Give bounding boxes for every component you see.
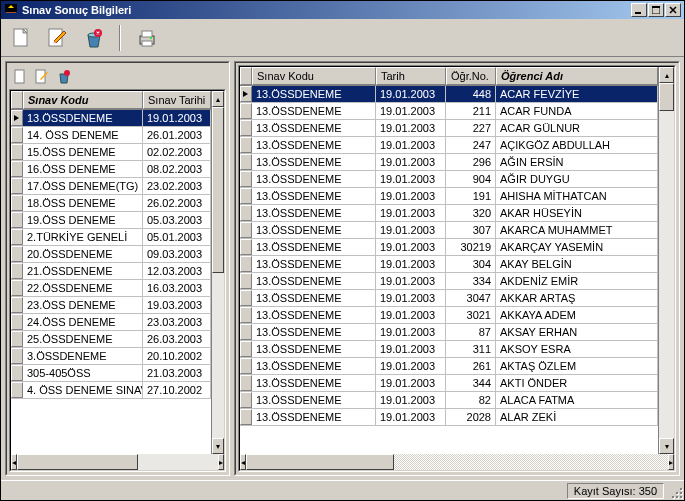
table-row[interactable]: 20.ÖSSDENEME09.03.2003 bbox=[11, 246, 211, 263]
left-panel: Sınav Kodu Sınav Tarihi 13.ÖSSDENEME19.0… bbox=[5, 61, 230, 476]
scroll-right-button[interactable]: ▸ bbox=[218, 454, 224, 470]
left-vscroll[interactable]: ▴ ▾ bbox=[211, 91, 224, 454]
table-row[interactable]: 3.ÖSSDENEME20.10.2002 bbox=[11, 348, 211, 365]
table-row[interactable]: 13.ÖSSDENEME19.01.2003311AKSOY ESRA bbox=[240, 341, 658, 358]
scroll-right-button[interactable]: ▸ bbox=[668, 454, 674, 470]
cell-code: 13.ÖSSDENEME bbox=[252, 409, 376, 425]
cell-code: 13.ÖSSDENEME bbox=[252, 137, 376, 153]
left-grid-body[interactable]: 13.ÖSSDENEME19.01.200314. ÖSS DENEME26.0… bbox=[11, 110, 211, 454]
table-row[interactable]: 13.ÖSSDENEME19.01.200387AKSAY ERHAN bbox=[240, 324, 658, 341]
cell-code: 13.ÖSSDENEME bbox=[252, 290, 376, 306]
right-header-no[interactable]: Öğr.No. bbox=[446, 67, 496, 85]
table-row[interactable]: 13.ÖSSDENEME19.01.2003320AKAR HÜSEYİN bbox=[240, 205, 658, 222]
cell-name: AĞIR DUYGU bbox=[496, 171, 658, 187]
cell-code: 13.ÖSSDENEME bbox=[252, 358, 376, 374]
table-row[interactable]: 14. ÖSS DENEME26.01.2003 bbox=[11, 127, 211, 144]
resize-grip[interactable] bbox=[670, 486, 683, 499]
cell-code: 13.ÖSSDENEME bbox=[252, 205, 376, 221]
table-row[interactable]: 22.ÖSSDENEME16.03.2003 bbox=[11, 280, 211, 297]
cell-date: 05.01.2003 bbox=[143, 229, 211, 245]
cell-date: 26.01.2003 bbox=[143, 127, 211, 143]
cell-no: 307 bbox=[446, 222, 496, 238]
table-row[interactable]: 13.ÖSSDENEME19.01.2003 bbox=[11, 110, 211, 127]
cell-code: 13.ÖSSDENEME bbox=[252, 86, 376, 102]
scroll-down-button[interactable]: ▾ bbox=[659, 438, 674, 454]
table-row[interactable]: 13.ÖSSDENEME19.01.20033021AKKAYA ADEM bbox=[240, 307, 658, 324]
mini-edit-button[interactable] bbox=[33, 68, 51, 86]
table-row[interactable]: 13.ÖSSDENEME19.01.2003247AÇIKGÖZ ABDULLA… bbox=[240, 137, 658, 154]
table-row[interactable]: 17.ÖSS DENEME(TG)23.02.2003 bbox=[11, 178, 211, 195]
table-row[interactable]: 19.ÖSS DENEME05.03.2003 bbox=[11, 212, 211, 229]
cell-date: 23.03.2003 bbox=[143, 314, 211, 330]
cell-code: 13.ÖSSDENEME bbox=[252, 273, 376, 289]
table-row[interactable]: 305-405ÖSS21.03.2003 bbox=[11, 365, 211, 382]
cell-date: 19.01.2003 bbox=[143, 110, 211, 126]
cell-date: 19.01.2003 bbox=[376, 409, 446, 425]
maximize-button[interactable] bbox=[648, 3, 664, 17]
cell-no: 247 bbox=[446, 137, 496, 153]
table-row[interactable]: 18.ÖSS DENEME26.02.2003 bbox=[11, 195, 211, 212]
scroll-track[interactable] bbox=[246, 454, 668, 470]
table-row[interactable]: 13.ÖSSDENEME19.01.2003307AKARCA MUHAMMET bbox=[240, 222, 658, 239]
left-hscroll[interactable]: ◂ ▸ bbox=[11, 454, 224, 470]
table-row[interactable]: 13.ÖSSDENEME19.01.20033047AKKAR ARTAŞ bbox=[240, 290, 658, 307]
new-button[interactable] bbox=[7, 24, 35, 52]
table-row[interactable]: 13.ÖSSDENEME19.01.2003211ACAR FUNDA bbox=[240, 103, 658, 120]
left-header-code[interactable]: Sınav Kodu bbox=[23, 91, 143, 109]
scroll-track[interactable] bbox=[659, 83, 674, 438]
left-header-date[interactable]: Sınav Tarihi bbox=[143, 91, 211, 109]
table-row[interactable]: 13.ÖSSDENEME19.01.2003227ACAR GÜLNUR bbox=[240, 120, 658, 137]
left-grid[interactable]: Sınav Kodu Sınav Tarihi 13.ÖSSDENEME19.0… bbox=[9, 89, 226, 472]
content-area: Sınav Kodu Sınav Tarihi 13.ÖSSDENEME19.0… bbox=[1, 57, 684, 480]
cell-code: 14. ÖSS DENEME bbox=[23, 127, 143, 143]
right-header-date[interactable]: Tarih bbox=[376, 67, 446, 85]
cell-code: 13.ÖSSDENEME bbox=[252, 375, 376, 391]
table-row[interactable]: 13.ÖSSDENEME19.01.2003261AKTAŞ ÖZLEM bbox=[240, 358, 658, 375]
scroll-track[interactable] bbox=[212, 107, 224, 438]
scroll-up-button[interactable]: ▴ bbox=[212, 91, 224, 107]
table-row[interactable]: 13.ÖSSDENEME19.01.200382ALACA FATMA bbox=[240, 392, 658, 409]
table-row[interactable]: 2.TÜRKİYE GENELİ05.01.2003 bbox=[11, 229, 211, 246]
cell-date: 26.03.2003 bbox=[143, 331, 211, 347]
table-row[interactable]: 13.ÖSSDENEME19.01.2003448ACAR FEVZİYE bbox=[240, 86, 658, 103]
table-row[interactable]: 13.ÖSSDENEME19.01.2003344AKTI ÖNDER bbox=[240, 375, 658, 392]
table-row[interactable]: 13.ÖSSDENEME19.01.200330219AKARÇAY YASEM… bbox=[240, 239, 658, 256]
scroll-down-button[interactable]: ▾ bbox=[212, 438, 224, 454]
cell-no: 87 bbox=[446, 324, 496, 340]
table-row[interactable]: 13.ÖSSDENEME19.01.20032028ALAR ZEKİ bbox=[240, 409, 658, 426]
table-row[interactable]: 16.ÖSS DENEME08.02.2003 bbox=[11, 161, 211, 178]
table-row[interactable]: 23.ÖSS DENEME19.03.2003 bbox=[11, 297, 211, 314]
scroll-up-button[interactable]: ▴ bbox=[659, 67, 674, 83]
scroll-track[interactable] bbox=[17, 454, 218, 470]
right-panel: Sınav Kodu Tarih Öğr.No. Öğrenci Adı 13.… bbox=[234, 61, 680, 476]
delete-button[interactable] bbox=[79, 24, 107, 52]
cell-code: 13.ÖSSDENEME bbox=[252, 171, 376, 187]
cell-name: ALAR ZEKİ bbox=[496, 409, 658, 425]
cell-date: 27.10.2002 bbox=[143, 382, 211, 398]
right-hscroll[interactable]: ◂ ▸ bbox=[240, 454, 674, 470]
table-row[interactable]: 15.ÖSS DENEME02.02.2003 bbox=[11, 144, 211, 161]
right-vscroll[interactable]: ▴ ▾ bbox=[658, 67, 674, 454]
right-header-code[interactable]: Sınav Kodu bbox=[252, 67, 376, 85]
close-button[interactable] bbox=[665, 3, 681, 17]
table-row[interactable]: 13.ÖSSDENEME19.01.2003334AKDENİZ EMİR bbox=[240, 273, 658, 290]
print-button[interactable] bbox=[133, 24, 161, 52]
edit-button[interactable] bbox=[43, 24, 71, 52]
table-row[interactable]: 21.ÖSSDENEME12.03.2003 bbox=[11, 263, 211, 280]
table-row[interactable]: 13.ÖSSDENEME19.01.2003304AKAY BELGİN bbox=[240, 256, 658, 273]
table-row[interactable]: 13.ÖSSDENEME19.01.2003904AĞIR DUYGU bbox=[240, 171, 658, 188]
cell-code: 13.ÖSSDENEME bbox=[252, 120, 376, 136]
window-buttons bbox=[630, 3, 681, 17]
minimize-button[interactable] bbox=[631, 3, 647, 17]
right-grid-body[interactable]: 13.ÖSSDENEME19.01.2003448ACAR FEVZİYE13.… bbox=[240, 86, 658, 454]
right-grid[interactable]: Sınav Kodu Tarih Öğr.No. Öğrenci Adı 13.… bbox=[238, 65, 676, 472]
right-header-name[interactable]: Öğrenci Adı bbox=[496, 67, 658, 85]
table-row[interactable]: 13.ÖSSDENEME19.01.2003296AĞIN ERSİN bbox=[240, 154, 658, 171]
table-row[interactable]: 25.ÖSSDENEME26.03.2003 bbox=[11, 331, 211, 348]
cell-name: ACAR FUNDA bbox=[496, 103, 658, 119]
mini-new-button[interactable] bbox=[11, 68, 29, 86]
table-row[interactable]: 13.ÖSSDENEME19.01.2003191AHISHA MİTHATCA… bbox=[240, 188, 658, 205]
mini-delete-button[interactable] bbox=[55, 68, 73, 86]
table-row[interactable]: 4. ÖSS DENEME SINAVI27.10.2002 bbox=[11, 382, 211, 399]
table-row[interactable]: 24.ÖSS DENEME23.03.2003 bbox=[11, 314, 211, 331]
